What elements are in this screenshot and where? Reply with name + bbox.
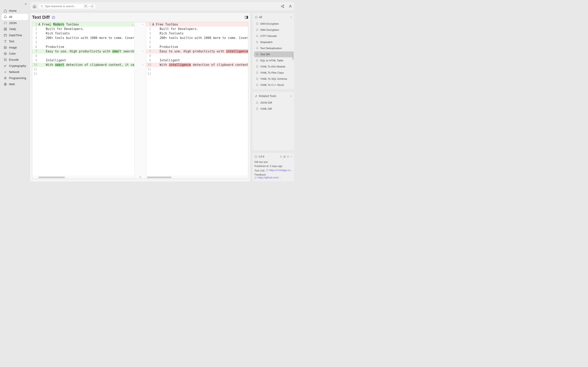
tool-item-text-deduplication[interactable]: Text Deduplication <box>254 45 293 51</box>
feedback-link[interactable]: https://github.com/… <box>258 176 281 179</box>
svg-point-18 <box>281 6 282 7</box>
tool-item-yaml-to-elm-module[interactable]: YAML To Elm Module <box>254 64 293 69</box>
code-line[interactable]: 7 Easy to use. High productivity with in… <box>146 49 248 54</box>
tool-item-label: SQL to HTML Table <box>260 59 283 62</box>
user-icon[interactable] <box>288 4 292 8</box>
sidebar-item-all[interactable]: All <box>2 14 28 20</box>
encode-icon <box>4 58 7 61</box>
bell-icon <box>256 59 259 62</box>
tool-item-sql-to-html-table[interactable]: SQL to HTML Table <box>254 58 293 63</box>
code-line[interactable]: 8 <box>32 54 134 58</box>
tool-item-json-diff[interactable]: JSON Diff <box>254 100 293 106</box>
code-line[interactable]: 8 <box>146 54 248 58</box>
code-line[interactable]: 2 Built for Developers. <box>146 27 248 31</box>
main-area: ⌘ + K Text Diff <box>30 0 294 184</box>
horizontal-scrollbar[interactable] <box>32 176 134 179</box>
chevron-down-icon[interactable] <box>290 155 293 158</box>
code-line[interactable]: 7 Easy to use. High productivity with sm… <box>32 49 134 54</box>
tool-item-stopwatch[interactable]: Stopwatch <box>254 39 293 45</box>
all-tools-header[interactable]: All <box>254 14 293 21</box>
code-line[interactable]: 11 <box>146 67 248 72</box>
line-text <box>152 54 248 58</box>
code-line[interactable]: 12 <box>146 72 248 76</box>
sidebar-item-date-time[interactable]: Date/Time <box>2 32 28 38</box>
bell-icon <box>255 16 258 18</box>
svg-point-22 <box>290 5 291 6</box>
bell-icon <box>256 108 259 110</box>
diff-left-pane[interactable]: 1A Free, Modern Toolbox2 Built for Devel… <box>32 22 134 179</box>
code-line[interactable]: 6 Productive <box>146 45 248 49</box>
tool-item-sm4-decryption[interactable]: SM4 Decryption <box>254 27 293 33</box>
globe-icon[interactable] <box>283 155 286 158</box>
sidebar-item-json[interactable]: JSON <box>2 20 28 26</box>
line-number: 5 <box>32 40 38 45</box>
code-line[interactable]: 10 With intelligence detection of clipbo… <box>146 63 248 67</box>
sidebar-item-web[interactable]: Web <box>2 81 28 87</box>
tool-item-utf7-decode[interactable]: UTF7 Decode <box>254 33 293 39</box>
sidebar-item-cryptography[interactable]: Cryptography <box>2 63 28 69</box>
panel-toggle-icon[interactable] <box>245 16 248 19</box>
code-line[interactable]: 9 Intelligent <box>146 58 248 63</box>
line-number: 8 <box>32 54 38 58</box>
toollink-line: Tool Link: https://t.he3app.co… <box>254 168 293 173</box>
search-shortcut: ⌘ + K <box>84 4 94 8</box>
code-line[interactable]: 4 200+ tools builtin with 1000 more to c… <box>32 36 134 40</box>
tool-item-text-diff[interactable]: Text Diff <box>254 51 293 57</box>
tool-item-sm4-encryption[interactable]: SM4 Encryption <box>254 21 293 27</box>
code-line[interactable]: 6 Productive <box>32 45 134 49</box>
code-line[interactable]: 1A Free, Modern Toolbox <box>32 22 134 27</box>
tool-item-yaml-to-c-struct[interactable]: YAML To C++ Struct <box>254 82 293 88</box>
code-line[interactable]: 9 Intelligent <box>32 58 134 63</box>
code-line[interactable]: 11 <box>32 67 134 72</box>
bell-icon <box>256 101 259 104</box>
sidebar-collapse-button[interactable] <box>23 2 28 7</box>
code-line[interactable]: 10 With smart detection of clipboard con… <box>32 63 134 67</box>
diff-sync-icon[interactable]: ⇆ <box>139 176 141 178</box>
svg-rect-25 <box>247 16 248 18</box>
code-line[interactable]: 2 Built for Developers. <box>32 27 134 31</box>
sidebar-item-label: Programming <box>9 76 26 80</box>
line-number: 10 <box>146 63 152 67</box>
link-icon <box>266 169 268 171</box>
related-tools-header[interactable]: Related Tools <box>254 93 293 100</box>
code-line[interactable]: 3 Rich Toolsets <box>32 31 134 36</box>
wifi-icon <box>4 70 7 74</box>
check-circle-icon[interactable] <box>287 155 289 158</box>
favorite-star-icon[interactable] <box>52 16 55 19</box>
code-line[interactable]: 4 200+ tools builtin with 1000 more to c… <box>146 36 248 40</box>
code-line[interactable]: 5 <box>32 40 134 45</box>
sidebar-item-encode[interactable]: Encode <box>2 57 28 63</box>
sidebar-item-programming[interactable]: Programming <box>2 75 28 81</box>
line-text: Rich Toolsets <box>152 31 248 36</box>
code-line[interactable]: 12 <box>32 72 134 76</box>
code-line[interactable]: 5 <box>146 40 248 45</box>
line-number: 1 <box>32 22 38 27</box>
home-button[interactable] <box>33 4 36 8</box>
tool-link[interactable]: https://t.he3app.co… <box>269 169 293 172</box>
tool-item-yaml-to-sql-schema[interactable]: YAML To SQL Schema <box>254 76 293 82</box>
vertical-scrollbar[interactable] <box>292 21 294 88</box>
search-input[interactable] <box>44 5 82 8</box>
tool-item-yaml-to-pike-class[interactable]: YAML To Pike Class <box>254 70 293 76</box>
sidebar-item-yaml[interactable]: YAML <box>2 26 28 32</box>
text-size-icon[interactable] <box>280 155 282 158</box>
diff-editor[interactable]: 1A Free, Modern Toolbox2 Built for Devel… <box>32 22 248 179</box>
sidebar-item-home[interactable]: Home <box>2 8 28 14</box>
svg-point-30 <box>287 156 289 158</box>
code-line[interactable]: 1A Free Toolbox <box>146 22 248 27</box>
tool-item-yaml-diff[interactable]: YAML Diff <box>254 106 293 112</box>
search-box[interactable]: ⌘ + K <box>39 3 96 9</box>
diff-right-pane[interactable]: 1A Free Toolbox2 Built for Developers.3 … <box>146 22 248 179</box>
sidebar-item-label: Image <box>9 46 17 49</box>
share-icon[interactable] <box>281 4 285 8</box>
sidebar-item-text[interactable]: Text <box>2 38 28 44</box>
tool-item-label: YAML Diff <box>260 107 272 110</box>
code-line[interactable]: 3 Rich Toolsets <box>146 31 248 36</box>
sidebar-item-image[interactable]: Image <box>2 44 28 50</box>
sidebar-item-label: Web <box>9 83 15 86</box>
sidebar-item-color[interactable]: Color <box>2 50 28 57</box>
diff-gutter[interactable]: ← ← ← ⇆ <box>134 22 146 179</box>
sidebar-item-network[interactable]: Network <box>2 69 28 75</box>
line-text: Intelligent <box>38 58 134 63</box>
horizontal-scrollbar[interactable] <box>146 176 248 179</box>
